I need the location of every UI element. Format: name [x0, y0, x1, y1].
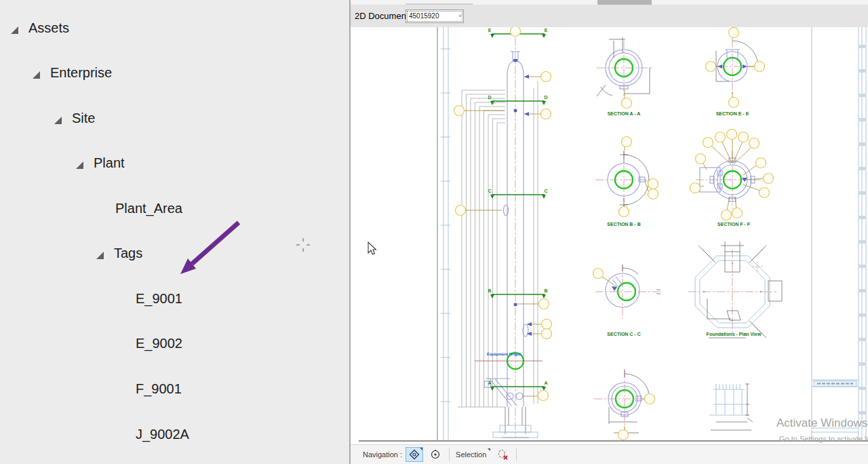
dropdown-corner-icon [488, 448, 490, 451]
tree-item-site[interactable]: Site [72, 109, 95, 127]
activate-windows-watermark: Activate Windows [776, 417, 867, 430]
viewer-title: 2D Document [355, 11, 408, 21]
equipment-origin-label: Equipment Origin [487, 352, 521, 356]
section-c-c-view [593, 265, 661, 319]
toolbar-separator [516, 448, 517, 461]
expander-icon[interactable] [76, 161, 83, 169]
cut-letter: A [488, 381, 491, 385]
section-d-d-view [594, 369, 655, 440]
tree-item-label: J_9002A [136, 427, 189, 442]
application-window: Assets Enterprise Site Plant Plant_Area … [0, 0, 868, 464]
navigation-label: Navigation : [363, 450, 402, 459]
chevron-down-icon: ˅ [458, 13, 462, 19]
clear-selection-button[interactable] [494, 447, 511, 462]
pan-icon [409, 449, 420, 460]
toolbar-separator [449, 448, 450, 461]
cut-letter: C [544, 189, 547, 193]
cut-letter: B [544, 288, 547, 293]
tree-item-label: F_9001 [136, 381, 182, 396]
expander-icon[interactable] [11, 26, 18, 34]
section-label-f-f: SECTION F - F [717, 222, 750, 227]
cut-letter: B [488, 288, 491, 293]
asset-tree-panel: Assets Enterprise Site Plant Plant_Area … [0, 0, 349, 464]
selection-label: Selection [456, 450, 486, 459]
tree-item-label: E_9002 [136, 336, 182, 351]
tree-item-label: E_9001 [136, 291, 182, 306]
tree-item-label: Site [72, 111, 95, 125]
activate-windows-subtext: Go to Settings to activate Window [779, 435, 868, 443]
tree-item-label: Enterprise [50, 65, 112, 80]
selection-mode-button[interactable]: Selection [454, 448, 490, 461]
tree-item-j9002a[interactable]: J_9002A [136, 425, 189, 443]
section-e-e-view [705, 28, 765, 108]
cut-letter: A [544, 381, 547, 385]
cut-letter: D [544, 95, 547, 100]
tree-item-e9001[interactable]: E_9001 [136, 290, 182, 307]
section-a-a-view [597, 37, 652, 109]
expander-icon[interactable] [33, 71, 40, 79]
dropdown-corner-icon [420, 448, 422, 450]
tree-item-tags[interactable]: Tags [114, 244, 142, 262]
drawing-canvas[interactable]: E E D D C C B B A A [351, 27, 868, 444]
tree-item-label: Plant_Area [115, 201, 182, 216]
expander-icon[interactable] [54, 117, 62, 124]
tree-item-plant[interactable]: Plant [94, 154, 125, 172]
cut-letter: D [488, 95, 491, 100]
tree-item-label: Tags [114, 246, 142, 260]
viewer-toolbar: 2D Document 45015920 ˅ [351, 5, 868, 27]
tree-item-assets[interactable]: Assets [28, 19, 69, 37]
section-b-b-view [595, 137, 658, 217]
sheet-frame [359, 27, 868, 441]
orbit-tool-button[interactable] [427, 447, 444, 462]
callout-balloons [454, 27, 552, 401]
tree-item-label: Plant [94, 155, 125, 170]
foundations-plan-view [688, 241, 782, 338]
viewer-status-bar: Navigation : Selection [351, 444, 868, 464]
cut-letter: E [488, 28, 492, 33]
expander-icon[interactable] [96, 252, 104, 259]
tree-item-enterprise[interactable]: Enterprise [50, 64, 112, 81]
tree-item-e9002[interactable]: E_9002 [136, 334, 182, 352]
tree-item-plant-area[interactable]: Plant_Area [115, 199, 182, 217]
tree-item-label: Assets [28, 20, 69, 35]
drawing-viewport[interactable]: E E D D C C B B A A [351, 27, 868, 444]
foundation-elevation-view [709, 384, 753, 430]
section-label-c-c: SECTION C - C [607, 332, 640, 336]
cut-letter: E [545, 28, 548, 33]
vessel-elevation-view: E E D D C C B B A A [454, 27, 552, 438]
tree-item-f9001[interactable]: F_9001 [136, 380, 182, 398]
document-selector-value: 45015920 [409, 12, 439, 20]
clear-selection-icon [497, 449, 509, 461]
document-selector[interactable]: 45015920 ˅ [406, 9, 464, 23]
section-cut-lines: E E D D C C B B A A [488, 28, 547, 391]
section-f-f-view [690, 130, 774, 220]
section-label-b-b: SECTION B - B [607, 222, 640, 227]
pan-tool-button[interactable] [406, 447, 423, 462]
section-label-a-a: SECTION A - A [608, 111, 641, 116]
section-label-e-e: SECTION E - E [716, 111, 749, 116]
orbit-icon [430, 449, 441, 460]
section-label-foundations: Foundations - Plan View [707, 332, 762, 336]
cut-letter: C [488, 189, 491, 193]
document-viewer-panel: 2D Document 45015920 ˅ [351, 0, 868, 464]
